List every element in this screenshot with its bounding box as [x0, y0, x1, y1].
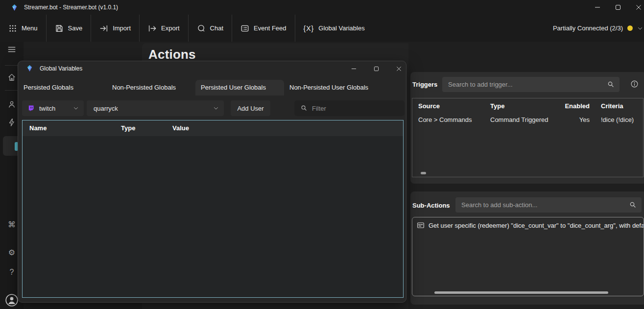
sub-action-search[interactable] — [455, 197, 642, 213]
window-title: Streamer.bot - Streamer.bot (v1.0.1) — [24, 4, 118, 11]
platform-select-value: twitch — [39, 105, 55, 112]
export-icon — [148, 24, 157, 33]
toolbar-button-export[interactable]: Export — [140, 15, 188, 42]
column-header-enabled: Enabled — [549, 102, 590, 110]
sidebar-item-home[interactable] — [7, 73, 16, 82]
avatar-icon — [5, 294, 19, 307]
triggers-scrollbar[interactable] — [421, 172, 426, 174]
close-icon — [636, 4, 642, 10]
trigger-search-input[interactable] — [442, 77, 620, 92]
toolbar-label: Export — [161, 24, 180, 32]
lightning-icon — [7, 118, 16, 127]
toolbar-label: Event Feed — [254, 24, 286, 32]
trigger-type: Command Triggered — [490, 116, 549, 123]
event-feed-icon — [240, 24, 249, 33]
dialog-tabs: Persisted Globals Non-Persisted Globals … — [18, 80, 373, 95]
sidebar-item-commands[interactable]: ⌘ — [8, 220, 16, 229]
sidebar-item-triggers[interactable] — [7, 118, 16, 127]
twitch-icon — [27, 105, 35, 112]
global-variables-dialog: Global Variables Persisted Globals Non-P… — [18, 61, 406, 303]
tab-persisted-globals[interactable]: Persisted Globals — [18, 80, 107, 95]
sub-actions-list: Get user specific (redeemer) "dice_count… — [412, 217, 644, 296]
filter-input[interactable] — [294, 100, 405, 116]
window-minimize-button[interactable] — [587, 0, 608, 15]
main-toolbar: Menu Save Import Export Chat Event F — [0, 15, 644, 42]
trigger-enabled: Yes — [549, 116, 590, 123]
toolbar-label: Menu — [22, 24, 38, 32]
minimize-icon — [351, 66, 357, 71]
sub-actions-panel: Sub-Actions Get user specific (redeemer)… — [410, 191, 644, 305]
dialog-close-button[interactable] — [394, 64, 403, 73]
chevron-down-icon — [73, 105, 79, 111]
hamburger-icon — [7, 45, 16, 54]
app-logo-icon — [26, 65, 33, 72]
connection-status[interactable]: Partially Connected (2/3) — [553, 15, 643, 42]
dialog-maximize-button[interactable] — [372, 64, 381, 73]
column-header-value: Value — [172, 124, 189, 132]
curly-x-icon: {X} — [304, 24, 314, 32]
user-variables-table: Name Type Value — [22, 120, 404, 298]
search-icon — [629, 201, 637, 209]
status-dot-icon — [627, 25, 633, 31]
gear-icon: ⚙ — [8, 248, 15, 257]
column-header-name: Name — [29, 124, 47, 132]
toolbar-label: Chat — [210, 24, 223, 32]
triggers-panel: Triggers Source Type Enabled Criteria Co… — [410, 72, 644, 184]
toolbar-button-chat[interactable]: Chat — [189, 15, 232, 42]
sidebar-item-settings[interactable]: ⚙ — [8, 248, 15, 257]
sidebar-divider — [5, 65, 19, 66]
toolbar-button-event-feed[interactable]: Event Feed — [232, 15, 295, 42]
platform-select[interactable]: twitch — [22, 100, 84, 116]
dialog-minimize-button[interactable] — [349, 64, 358, 73]
sub-actions-heading: Sub-Actions — [412, 202, 450, 209]
maximize-icon — [615, 4, 621, 10]
chevron-down-icon — [213, 105, 219, 111]
person-icon — [7, 100, 16, 109]
minimize-icon — [595, 4, 600, 10]
sub-action-text: Get user specific (redeemer) "dice_count… — [429, 222, 644, 229]
triggers-heading: Triggers — [412, 81, 437, 88]
window-titlebar: Streamer.bot - Streamer.bot (v1.0.1) — [0, 0, 644, 15]
chat-icon — [197, 24, 206, 33]
add-user-label: Add User — [237, 105, 263, 112]
tab-non-persisted-user-globals[interactable]: Non-Persisted User Globals — [284, 80, 373, 95]
info-icon[interactable] — [630, 80, 639, 88]
dialog-title: Global Variables — [40, 65, 82, 72]
add-user-button[interactable]: Add User — [231, 100, 270, 116]
sub-action-item[interactable]: Get user specific (redeemer) "dice_count… — [412, 217, 644, 232]
close-icon — [396, 66, 402, 71]
sub-action-search-input[interactable] — [455, 197, 642, 213]
sub-actions-horizontal-scrollbar[interactable] — [434, 291, 608, 294]
tab-non-persisted-globals[interactable]: Non-Persisted Globals — [107, 80, 195, 95]
window-maximize-button[interactable] — [608, 0, 628, 15]
dialog-titlebar: Global Variables — [18, 61, 406, 76]
connection-status-label: Partially Connected (2/3) — [553, 24, 623, 32]
save-icon — [55, 24, 64, 33]
sidebar-item-users[interactable] — [7, 100, 16, 109]
tab-persisted-user-globals[interactable]: Persisted User Globals — [195, 80, 284, 95]
sidebar-divider — [5, 90, 19, 91]
page-title: Actions — [148, 47, 408, 62]
app-logo-icon — [11, 4, 18, 11]
trigger-criteria: !dice (!dice) — [601, 116, 634, 123]
sidebar-user-avatar[interactable] — [5, 294, 19, 307]
filter-field[interactable] — [294, 100, 405, 116]
column-header-type: Type — [121, 124, 135, 132]
sidebar-hamburger-button[interactable] — [7, 45, 16, 54]
user-select-value: quarryck — [94, 105, 118, 112]
window-close-button[interactable] — [628, 0, 644, 15]
search-icon — [607, 80, 615, 88]
toolbar-label: Import — [113, 24, 131, 32]
trigger-source: Core > Commands — [418, 116, 472, 123]
user-select[interactable]: quarryck — [87, 100, 224, 116]
toolbar-button-save[interactable]: Save — [47, 15, 91, 42]
variable-action-icon — [417, 221, 425, 229]
column-header-source: Source — [418, 102, 440, 110]
sidebar-item-help[interactable]: ? — [10, 268, 14, 277]
toolbar-button-import[interactable]: Import — [91, 15, 139, 42]
toolbar-button-menu[interactable]: Menu — [0, 15, 46, 42]
command-icon: ⌘ — [8, 220, 16, 229]
toolbar-button-global-variables[interactable]: {X} Global Variables — [295, 15, 373, 42]
variables-table-header: Name Type Value — [23, 120, 403, 136]
trigger-search[interactable] — [442, 77, 620, 92]
